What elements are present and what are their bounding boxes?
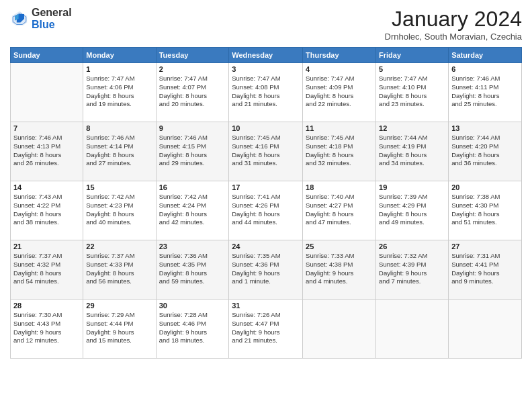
- calendar-week-row: 1Sunrise: 7:47 AM Sunset: 4:06 PM Daylig…: [11, 63, 522, 122]
- day-number: 14: [13, 183, 80, 191]
- col-wednesday: Wednesday: [229, 48, 303, 63]
- calendar-week-row: 7Sunrise: 7:46 AM Sunset: 4:13 PM Daylig…: [11, 122, 522, 181]
- day-number: 5: [379, 65, 445, 73]
- day-info: Sunrise: 7:47 AM Sunset: 4:08 PM Dayligh…: [232, 75, 300, 109]
- day-number: 4: [306, 65, 373, 73]
- calendar-cell: 6Sunrise: 7:46 AM Sunset: 4:11 PM Daylig…: [449, 63, 522, 122]
- day-info: Sunrise: 7:37 AM Sunset: 4:33 PM Dayligh…: [86, 252, 152, 286]
- day-number: 30: [159, 302, 226, 310]
- day-number: 16: [159, 183, 226, 191]
- day-info: Sunrise: 7:35 AM Sunset: 4:36 PM Dayligh…: [232, 252, 300, 286]
- calendar-cell: 21Sunrise: 7:37 AM Sunset: 4:32 PM Dayli…: [11, 240, 83, 300]
- calendar-cell: 31Sunrise: 7:26 AM Sunset: 4:47 PM Dayli…: [229, 300, 303, 359]
- day-number: 22: [86, 242, 152, 250]
- calendar-cell: 11Sunrise: 7:45 AM Sunset: 4:18 PM Dayli…: [303, 122, 376, 181]
- calendar-cell: 20Sunrise: 7:38 AM Sunset: 4:30 PM Dayli…: [449, 181, 522, 240]
- calendar-table: Sunday Monday Tuesday Wednesday Thursday…: [10, 47, 522, 359]
- logo-text: General Blue: [32, 7, 72, 30]
- logo: General Blue: [10, 7, 72, 30]
- col-saturday: Saturday: [449, 48, 522, 63]
- day-info: Sunrise: 7:29 AM Sunset: 4:44 PM Dayligh…: [86, 311, 152, 345]
- col-tuesday: Tuesday: [156, 48, 229, 63]
- calendar-cell: 17Sunrise: 7:41 AM Sunset: 4:26 PM Dayli…: [229, 181, 303, 240]
- calendar-cell: 27Sunrise: 7:31 AM Sunset: 4:41 PM Dayli…: [449, 240, 522, 300]
- day-info: Sunrise: 7:39 AM Sunset: 4:29 PM Dayligh…: [379, 193, 445, 227]
- day-info: Sunrise: 7:47 AM Sunset: 4:06 PM Dayligh…: [86, 75, 152, 109]
- day-info: Sunrise: 7:44 AM Sunset: 4:20 PM Dayligh…: [451, 134, 519, 168]
- calendar-cell: 15Sunrise: 7:42 AM Sunset: 4:23 PM Dayli…: [83, 181, 156, 240]
- col-sunday: Sunday: [11, 48, 83, 63]
- day-number: 1: [86, 65, 152, 73]
- month-title: January 2024: [385, 7, 523, 32]
- calendar-week-row: 28Sunrise: 7:30 AM Sunset: 4:43 PM Dayli…: [11, 300, 522, 359]
- calendar-cell: 9Sunrise: 7:46 AM Sunset: 4:15 PM Daylig…: [156, 122, 229, 181]
- day-info: Sunrise: 7:37 AM Sunset: 4:32 PM Dayligh…: [13, 252, 80, 286]
- calendar-cell: 3Sunrise: 7:47 AM Sunset: 4:08 PM Daylig…: [229, 63, 303, 122]
- day-number: 6: [451, 65, 519, 73]
- day-number: 23: [159, 242, 226, 250]
- calendar-cell: 16Sunrise: 7:42 AM Sunset: 4:24 PM Dayli…: [156, 181, 229, 240]
- day-number: 31: [232, 302, 300, 310]
- col-thursday: Thursday: [303, 48, 376, 63]
- col-monday: Monday: [83, 48, 156, 63]
- calendar-cell: 10Sunrise: 7:45 AM Sunset: 4:16 PM Dayli…: [229, 122, 303, 181]
- day-info: Sunrise: 7:46 AM Sunset: 4:14 PM Dayligh…: [86, 134, 152, 168]
- day-number: 7: [13, 124, 80, 132]
- day-number: 25: [306, 242, 373, 250]
- day-info: Sunrise: 7:42 AM Sunset: 4:23 PM Dayligh…: [86, 193, 152, 227]
- day-number: 13: [451, 124, 519, 132]
- calendar-cell: [11, 63, 83, 122]
- header: General Blue January 2024 Drnholec, Sout…: [10, 7, 522, 42]
- logo-icon: [10, 9, 29, 28]
- day-info: Sunrise: 7:42 AM Sunset: 4:24 PM Dayligh…: [159, 193, 226, 227]
- day-number: 29: [86, 302, 152, 310]
- day-info: Sunrise: 7:43 AM Sunset: 4:22 PM Dayligh…: [13, 193, 80, 227]
- weekday-header-row: Sunday Monday Tuesday Wednesday Thursday…: [11, 48, 522, 63]
- day-number: 17: [232, 183, 300, 191]
- day-info: Sunrise: 7:46 AM Sunset: 4:15 PM Dayligh…: [159, 134, 226, 168]
- calendar-header: Sunday Monday Tuesday Wednesday Thursday…: [11, 48, 522, 63]
- day-info: Sunrise: 7:45 AM Sunset: 4:16 PM Dayligh…: [232, 134, 300, 168]
- calendar-cell: 1Sunrise: 7:47 AM Sunset: 4:06 PM Daylig…: [83, 63, 156, 122]
- calendar-cell: 14Sunrise: 7:43 AM Sunset: 4:22 PM Dayli…: [11, 181, 83, 240]
- calendar-cell: 29Sunrise: 7:29 AM Sunset: 4:44 PM Dayli…: [83, 300, 156, 359]
- calendar-cell: 7Sunrise: 7:46 AM Sunset: 4:13 PM Daylig…: [11, 122, 83, 181]
- logo-blue-text: Blue: [32, 19, 72, 31]
- day-info: Sunrise: 7:32 AM Sunset: 4:39 PM Dayligh…: [379, 252, 445, 286]
- day-info: Sunrise: 7:31 AM Sunset: 4:41 PM Dayligh…: [451, 252, 519, 286]
- day-info: Sunrise: 7:30 AM Sunset: 4:43 PM Dayligh…: [13, 311, 80, 345]
- day-info: Sunrise: 7:46 AM Sunset: 4:13 PM Dayligh…: [13, 134, 80, 168]
- calendar-cell: 26Sunrise: 7:32 AM Sunset: 4:39 PM Dayli…: [376, 240, 449, 300]
- col-friday: Friday: [376, 48, 449, 63]
- calendar-cell: [376, 300, 449, 359]
- day-number: 27: [451, 242, 519, 250]
- day-number: 28: [13, 302, 80, 310]
- day-number: 10: [232, 124, 300, 132]
- day-number: 21: [13, 242, 80, 250]
- calendar-cell: 18Sunrise: 7:40 AM Sunset: 4:27 PM Dayli…: [303, 181, 376, 240]
- day-number: 2: [159, 65, 226, 73]
- calendar-cell: 4Sunrise: 7:47 AM Sunset: 4:09 PM Daylig…: [303, 63, 376, 122]
- day-number: 20: [451, 183, 519, 191]
- calendar-cell: 22Sunrise: 7:37 AM Sunset: 4:33 PM Dayli…: [83, 240, 156, 300]
- day-info: Sunrise: 7:47 AM Sunset: 4:10 PM Dayligh…: [379, 75, 445, 109]
- day-number: 18: [306, 183, 373, 191]
- calendar-week-row: 21Sunrise: 7:37 AM Sunset: 4:32 PM Dayli…: [11, 240, 522, 300]
- calendar-cell: [303, 300, 376, 359]
- day-number: 3: [232, 65, 300, 73]
- calendar-cell: 12Sunrise: 7:44 AM Sunset: 4:19 PM Dayli…: [376, 122, 449, 181]
- day-info: Sunrise: 7:41 AM Sunset: 4:26 PM Dayligh…: [232, 193, 300, 227]
- day-info: Sunrise: 7:36 AM Sunset: 4:35 PM Dayligh…: [159, 252, 226, 286]
- day-info: Sunrise: 7:44 AM Sunset: 4:19 PM Dayligh…: [379, 134, 445, 168]
- day-info: Sunrise: 7:28 AM Sunset: 4:46 PM Dayligh…: [159, 311, 226, 345]
- day-info: Sunrise: 7:47 AM Sunset: 4:07 PM Dayligh…: [159, 75, 226, 109]
- day-info: Sunrise: 7:26 AM Sunset: 4:47 PM Dayligh…: [232, 311, 300, 345]
- day-number: 19: [379, 183, 445, 191]
- day-number: 9: [159, 124, 226, 132]
- day-number: 15: [86, 183, 152, 191]
- logo-general-text: General: [32, 7, 72, 19]
- calendar-cell: 23Sunrise: 7:36 AM Sunset: 4:35 PM Dayli…: [156, 240, 229, 300]
- day-info: Sunrise: 7:33 AM Sunset: 4:38 PM Dayligh…: [306, 252, 373, 286]
- day-number: 24: [232, 242, 300, 250]
- location-subtitle: Drnholec, South Moravian, Czechia: [385, 32, 523, 42]
